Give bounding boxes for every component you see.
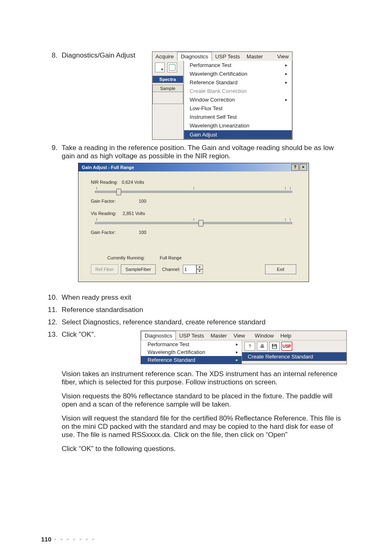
dd-window-correction[interactable]: Window Correction▸ xyxy=(184,95,292,104)
menu2-performance-test[interactable]: Performance Test▸ xyxy=(141,340,242,348)
dialog-title: Gain Adjust - Full Range xyxy=(82,165,134,170)
menu2-help[interactable]: Help xyxy=(277,331,295,340)
dd-low-flux-test[interactable]: Low-Flux Test xyxy=(184,104,292,113)
vis-gain-slider[interactable] xyxy=(91,218,296,227)
step-13-text: Click "OK". xyxy=(62,331,96,339)
footer-dots-icon: ▪ ▪ ▪ ▪ ▪ ▪ ▪ xyxy=(54,536,95,543)
menu2-toolbar: ? 🖶 💾 USP xyxy=(242,340,346,352)
channel-spinner[interactable]: ▲ ▼ xyxy=(183,265,203,274)
page-number: 110▪ ▪ ▪ ▪ ▪ ▪ ▪ xyxy=(41,536,95,543)
step-10-number: 10. xyxy=(45,294,58,302)
menu2-usp[interactable]: USP Tests xyxy=(176,331,207,340)
menu-diagnostics[interactable]: Diagnostics xyxy=(177,52,212,61)
ref-fiber-button: Ref Fiber xyxy=(91,264,118,274)
sample-fiber-button[interactable]: SampleFiber xyxy=(121,264,155,274)
dropdown-tool-icon[interactable] xyxy=(155,62,165,72)
toolbar-column: Spectra Sample xyxy=(152,61,184,139)
vis-reading-label: Vis Reading: xyxy=(91,211,116,216)
chevron-right-icon: ▸ xyxy=(285,71,288,76)
sample-row xyxy=(152,92,183,104)
print-tool-icon[interactable]: 🖶 xyxy=(257,342,267,351)
paragraph-4: Click “OK” to the following questions. xyxy=(62,445,347,453)
dialog-titlebar: Gain Adjust - Full Range ? × xyxy=(78,163,309,171)
reference-standard-menu-screenshot: Diagnostics USP Tests Master View Window… xyxy=(141,331,347,364)
nir-reading-value: 0,624 Volts xyxy=(122,180,144,185)
menu2-reference-standard[interactable]: Reference Standard▸ xyxy=(141,356,242,364)
step-11: 11. Reference standardisation xyxy=(45,306,347,314)
paragraph-3: Vision will request the standard file fo… xyxy=(62,414,347,439)
step-8-text: Diagnostics/Gain Adjust xyxy=(62,51,136,60)
diagnostics-menu-screenshot: Acquire Diagnostics USP Tests Master Vie… xyxy=(152,51,293,140)
dd-wavelength-cert[interactable]: Wavelength Certification▸ xyxy=(184,69,292,78)
save-tool-icon[interactable]: 💾 xyxy=(269,342,280,351)
chevron-right-icon: ▸ xyxy=(236,342,238,347)
menu-usp-tests[interactable]: USP Tests xyxy=(212,52,243,61)
spinner-up-icon[interactable]: ▲ xyxy=(196,265,203,269)
menu2-window[interactable]: Window xyxy=(251,331,277,340)
sample-tab[interactable]: Sample xyxy=(152,85,183,92)
instruction-list: 8. Diagnostics/Gain Adjust Acquire Diagn… xyxy=(45,51,347,459)
step-10-text: When ready press exit xyxy=(62,294,347,302)
help-button[interactable]: ? xyxy=(291,164,299,171)
channel-input[interactable] xyxy=(183,265,196,274)
dd-instrument-self-test[interactable]: Instrument Self Test xyxy=(184,113,292,121)
step-11-text: Reference standardisation xyxy=(62,306,347,314)
diagnostics-dropdown: Performance Test▸ Wavelength Certificati… xyxy=(184,61,292,139)
menu2-view[interactable]: View xyxy=(230,331,248,340)
chevron-right-icon: ▸ xyxy=(285,62,288,68)
chevron-right-icon: ▸ xyxy=(285,97,288,102)
nir-reading-line: NIR Reading: 0,624 Volts xyxy=(91,180,296,185)
menu2-create-reference-standard[interactable]: Create Reference Standard xyxy=(242,352,346,361)
channel-label: Channel: xyxy=(162,267,180,272)
step-11-number: 11. xyxy=(45,306,58,314)
vis-gain-factor: Gain Factor: 100 xyxy=(91,230,296,235)
menu2-dropdown: Performance Test▸ Wavelength Certificati… xyxy=(141,340,242,364)
dd-gain-adjust[interactable]: Gain Adjust xyxy=(184,130,292,139)
menu-master[interactable]: Master xyxy=(243,52,266,61)
chevron-right-icon: ▸ xyxy=(236,357,238,363)
step-8-number: 8. xyxy=(45,51,58,140)
nir-gain-slider[interactable] xyxy=(91,187,296,196)
menu2-wavelength-cert[interactable]: Wavelength Certification▸ xyxy=(141,348,242,356)
usp-tool-icon[interactable]: USP xyxy=(281,342,292,351)
vis-reading-line: Vis Reading: 2,851 Volts xyxy=(91,211,296,216)
step-12-text: Select Diagnostics, reference standard, … xyxy=(62,318,347,326)
currently-running: Currently Running: Full Range xyxy=(107,255,296,260)
spectra-tab[interactable]: Spectra xyxy=(152,76,183,83)
dd-performance-test[interactable]: Performance Test▸ xyxy=(184,61,292,69)
step-12: 12. Select Diagnostics, reference standa… xyxy=(45,318,347,326)
new-doc-tool-icon[interactable] xyxy=(167,62,177,72)
menu2-bar: Diagnostics USP Tests Master View Window… xyxy=(141,331,346,340)
chevron-right-icon: ▸ xyxy=(236,349,238,355)
help-tool-icon[interactable]: ? xyxy=(244,342,255,351)
step-13-number: 13. xyxy=(45,331,58,459)
paragraph-2: Vision requests the 80% reflectance stan… xyxy=(62,392,347,409)
nir-reading-label: NIR Reading: xyxy=(91,180,118,185)
menu2-master[interactable]: Master xyxy=(207,331,230,340)
spinner-down-icon[interactable]: ▼ xyxy=(196,269,203,274)
step-10: 10. When ready press exit xyxy=(45,294,347,302)
menu-acquire[interactable]: Acquire xyxy=(152,52,177,61)
nir-gain-factor: Gain Factor: 100 xyxy=(91,199,296,204)
step-13: 13. Click "OK". Diagnostics USP Tests Ma… xyxy=(45,331,347,459)
step-12-number: 12. xyxy=(45,318,58,326)
chevron-right-icon: ▸ xyxy=(285,80,288,85)
dd-wavelength-linearization[interactable]: Wavelength Linearization xyxy=(184,121,292,130)
close-button[interactable]: × xyxy=(300,164,307,171)
step-9: 9. Take a reading in the reference posit… xyxy=(45,144,347,289)
step-8: 8. Diagnostics/Gain Adjust Acquire Diagn… xyxy=(45,51,347,140)
menu-bar: Acquire Diagnostics USP Tests Master Vie… xyxy=(152,52,292,61)
step-9-number: 9. xyxy=(45,144,58,289)
menu2-submenu: Create Reference Standard xyxy=(242,352,346,361)
step-9-text: Take a reading in the reference position… xyxy=(62,144,347,160)
gain-adjust-dialog: Gain Adjust - Full Range ? × NIR Reading… xyxy=(78,163,309,282)
vis-reading-value: 2,851 Volts xyxy=(122,211,145,216)
paragraph-1: Vision takes an instrument reference sca… xyxy=(62,370,347,386)
menu-view[interactable]: View xyxy=(274,52,292,61)
dd-create-blank-correction: Create Blank Correction xyxy=(184,87,292,95)
dd-reference-standard[interactable]: Reference Standard▸ xyxy=(184,78,292,87)
menu2-diagnostics[interactable]: Diagnostics xyxy=(141,331,176,340)
exit-button[interactable]: Exit xyxy=(265,264,296,274)
